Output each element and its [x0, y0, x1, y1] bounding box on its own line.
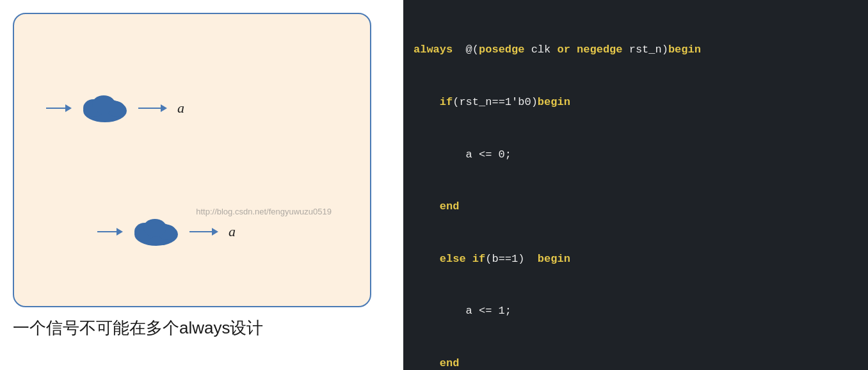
watermark: http://blog.csdn.net/fengyuwuzu0519	[196, 207, 332, 216]
diagram-box: a a http://blog.csdn.net/fen	[13, 13, 371, 307]
code-line-1: always @(posedge clk or negedge rst_n)be…	[414, 41, 858, 58]
right-panel: always @(posedge clk or negedge rst_n)be…	[403, 0, 868, 370]
code-line-6: a <= 1;	[414, 302, 858, 319]
signal-row-1: a	[46, 92, 184, 125]
svg-point-3	[92, 95, 115, 113]
code-block-1: always @(posedge clk or negedge rst_n)be…	[414, 6, 858, 370]
output-arrow-2	[189, 228, 218, 236]
caption: 一个信号不可能在多个always设计	[13, 318, 263, 339]
signal-label-2: a	[229, 223, 236, 240]
code-line-5: else if(b==1) begin	[414, 250, 858, 268]
code-line-7: end	[414, 355, 858, 370]
svg-point-7	[143, 219, 166, 237]
cloud-1	[79, 92, 131, 125]
signal-row-2: a	[97, 215, 236, 248]
input-arrow-2	[97, 228, 123, 236]
code-line-2: if(rst_n==1'b0)begin	[414, 93, 858, 111]
left-panel: a a http://blog.csdn.net/fen	[0, 0, 403, 370]
input-arrow-1	[46, 104, 72, 112]
signal-label-1: a	[177, 100, 184, 117]
cloud-2	[131, 215, 182, 248]
code-line-4: end	[414, 198, 858, 215]
output-arrow-1	[138, 104, 167, 112]
code-line-3: a <= 0;	[414, 146, 858, 163]
